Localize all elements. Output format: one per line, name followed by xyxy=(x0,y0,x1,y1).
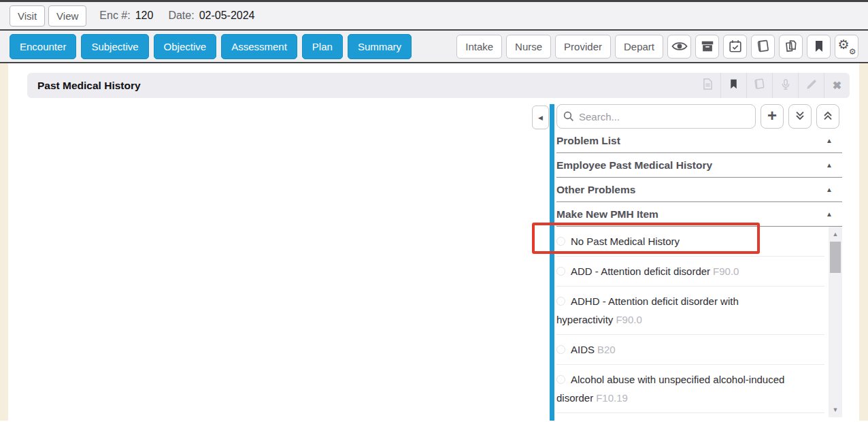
calendar-check-button[interactable] xyxy=(723,35,747,59)
scroll-down-icon[interactable]: ▼ xyxy=(829,406,842,413)
list-scrollbar[interactable]: ▲ ▼ xyxy=(829,227,842,417)
chevron-double-down-icon xyxy=(793,109,807,125)
item-label: Alcohol abuse with unspecified alcohol-i… xyxy=(556,374,784,404)
pencil-icon xyxy=(805,78,818,93)
role-and-action-buttons: Intake Nurse Provider Depart xyxy=(456,35,858,59)
item-code: F90.0 xyxy=(713,265,739,277)
close-section-button[interactable]: ✖ xyxy=(824,73,850,98)
gears-icon: ⚙ ⚙ xyxy=(839,39,854,54)
encounter-number: Enc #: 120 xyxy=(99,10,153,22)
bookmark-icon xyxy=(728,78,739,93)
nav-toolbar: Encounter Subjective Objective Assessmen… xyxy=(0,31,868,63)
encounter-date: Date: 02-05-2024 xyxy=(168,10,254,22)
tab-summary[interactable]: Summary xyxy=(348,34,412,59)
archive-button[interactable] xyxy=(695,35,719,59)
item-label: No Past Medical History xyxy=(571,236,680,247)
group-title: Employee Past Medical History xyxy=(556,159,712,172)
plus-icon: + xyxy=(767,109,777,123)
book-icon xyxy=(753,78,766,93)
edit-button[interactable] xyxy=(798,73,824,98)
view-button[interactable]: View xyxy=(48,5,86,27)
copy-pages-button[interactable] xyxy=(779,35,803,59)
panel-accent-bar xyxy=(550,104,554,421)
document-button[interactable] xyxy=(695,73,720,98)
add-item-button[interactable]: + xyxy=(761,104,784,129)
section-header: Past Medical History xyxy=(27,73,850,98)
item-label: AIDS xyxy=(571,344,595,355)
page-title: Past Medical History xyxy=(37,80,141,92)
collapse-all-button[interactable] xyxy=(816,104,839,129)
book-section-button[interactable] xyxy=(746,73,772,98)
tab-assessment[interactable]: Assessment xyxy=(221,34,297,59)
bookmark-section-button[interactable] xyxy=(720,73,746,98)
collapse-triangle-icon: ▲ xyxy=(826,161,833,169)
book-icon xyxy=(756,39,771,54)
item-label: ADD - Attention deficit disorder xyxy=(571,265,710,277)
bookmark-icon xyxy=(812,39,826,53)
panel-body: + xyxy=(556,104,842,421)
radio-icon xyxy=(556,237,565,246)
enc-value: 120 xyxy=(135,10,154,22)
search-icon xyxy=(563,110,575,125)
collapse-triangle-icon: ▲ xyxy=(826,210,833,218)
nurse-button[interactable]: Nurse xyxy=(506,35,551,59)
tab-plan[interactable]: Plan xyxy=(302,34,343,59)
scrollbar-thumb[interactable] xyxy=(830,242,841,273)
group-other-problems[interactable]: Other Problems ▲ xyxy=(556,178,842,202)
visit-button[interactable]: Visit xyxy=(10,5,45,27)
list-item-aids[interactable]: AIDSB20 xyxy=(556,335,824,365)
group-title: Other Problems xyxy=(556,184,635,196)
tab-objective[interactable]: Objective xyxy=(154,34,217,59)
bookmark-button[interactable] xyxy=(807,35,831,59)
search-field-wrap xyxy=(556,104,756,129)
tab-encounter[interactable]: Encounter xyxy=(10,34,76,59)
collapse-triangle-icon: ▲ xyxy=(826,137,833,144)
eye-button[interactable] xyxy=(667,35,691,59)
panel-controls: + xyxy=(556,104,842,129)
group-employee-pmh[interactable]: Employee Past Medical History ▲ xyxy=(556,153,842,178)
search-input[interactable] xyxy=(556,104,756,129)
list-item-alcohol-dependence[interactable]: Alcohol dependence with unspecified alco… xyxy=(556,413,824,417)
item-code: B20 xyxy=(597,344,616,355)
intake-button[interactable]: Intake xyxy=(456,35,502,59)
depart-button[interactable]: Depart xyxy=(615,35,663,59)
document-icon xyxy=(701,78,714,93)
list-item-no-pmh[interactable]: No Past Medical History xyxy=(556,227,824,257)
list-item-add[interactable]: ADD - Attention deficit disorderF90.0 xyxy=(556,257,824,287)
tab-subjective[interactable]: Subjective xyxy=(81,34,148,59)
list-item-adhd[interactable]: ADHD - Attention deficit disorder with h… xyxy=(556,287,824,335)
panel-collapse-button[interactable]: ◀ xyxy=(532,106,549,129)
date-label: Date: xyxy=(168,10,194,22)
radio-icon xyxy=(556,345,565,354)
section-toolbar: ✖ xyxy=(695,73,850,98)
group-title: Problem List xyxy=(556,135,620,147)
collapse-triangle-icon: ▲ xyxy=(826,186,833,193)
microphone-button[interactable] xyxy=(772,73,798,98)
chevron-left-icon: ◀ xyxy=(538,114,543,121)
gear-small-glyph: ⚙ xyxy=(849,47,856,56)
archive-icon xyxy=(700,39,715,54)
copy-pages-icon xyxy=(784,39,799,54)
gears-button[interactable]: ⚙ ⚙ xyxy=(835,35,858,59)
provider-button[interactable]: Provider xyxy=(555,35,611,59)
scroll-up-icon[interactable]: ▲ xyxy=(829,231,842,238)
list-item-alcohol-abuse[interactable]: Alcohol abuse with unspecified alcohol-i… xyxy=(556,365,824,413)
book-button[interactable] xyxy=(751,35,775,59)
expand-all-button[interactable] xyxy=(788,104,812,129)
radio-icon xyxy=(556,297,565,306)
chevron-double-up-icon xyxy=(821,109,835,125)
group-problem-list[interactable]: Problem List ▲ xyxy=(556,129,842,153)
item-code: F10.19 xyxy=(596,392,628,404)
gear-large-glyph: ⚙ xyxy=(838,37,850,52)
close-icon: ✖ xyxy=(833,79,841,92)
group-title: Make New PMH Item xyxy=(556,208,658,221)
eye-icon xyxy=(671,38,688,54)
content-area: Past Medical History xyxy=(0,63,868,421)
microphone-icon xyxy=(780,78,792,93)
item-label: ADHD - Attention deficit disorder with h… xyxy=(556,295,739,325)
problem-picker-panel: ◀ + xyxy=(532,104,842,421)
visit-bar: Visit View Enc #: 120 Date: 02-05-2024 xyxy=(0,0,868,31)
group-make-new-pmh[interactable]: Make New PMH Item ▲ xyxy=(556,202,842,227)
calendar-check-icon xyxy=(728,39,743,54)
radio-icon xyxy=(556,267,565,276)
